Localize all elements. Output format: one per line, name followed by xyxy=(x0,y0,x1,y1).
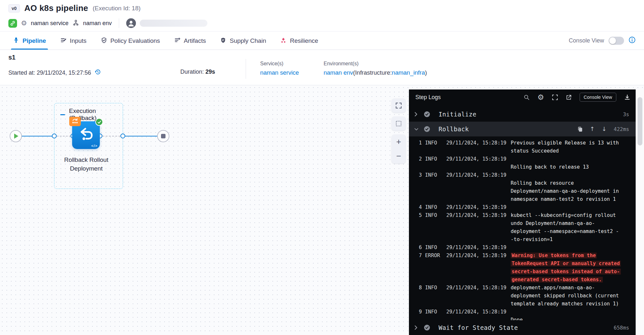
step-name: Rollback xyxy=(439,126,469,133)
zoom-in-button[interactable]: + xyxy=(392,135,406,149)
header-service-label: naman service xyxy=(31,20,69,27)
services-block: Service(s) naman service xyxy=(260,61,299,76)
log-line-number xyxy=(415,147,422,155)
fullscreen-icon[interactable] xyxy=(552,94,558,100)
step-name: Wait for Steady State xyxy=(439,324,518,331)
version-badge[interactable]: v0 xyxy=(8,4,20,13)
log-timestamp xyxy=(446,316,507,320)
tab-supply-chain[interactable]: Supply Chain xyxy=(220,32,266,50)
user-email-redacted xyxy=(140,20,207,27)
log-timestamp xyxy=(446,292,507,300)
tab-resilience[interactable]: Resilience xyxy=(280,32,318,50)
log-message: undo Deployment/naman-qa-ao- xyxy=(511,219,636,228)
log-level xyxy=(425,260,443,268)
environments-label: Environment(s) xyxy=(324,61,427,67)
log-line: Done. xyxy=(415,316,636,320)
log-level xyxy=(425,187,443,195)
tab-policy-evaluations[interactable]: Policy Evaluations xyxy=(101,32,160,50)
step-row-wait-for-steady-state[interactable]: Wait for Steady State 658ms xyxy=(409,320,636,335)
log-level: ERROR xyxy=(425,252,443,260)
log-level xyxy=(425,300,443,308)
log-line-number xyxy=(415,163,422,171)
download-logs-icon[interactable] xyxy=(624,94,630,100)
log-line-number xyxy=(415,316,422,320)
log-panel-title: Step Logs xyxy=(415,94,441,101)
log-message: secret-based tokens instead of auto- xyxy=(511,268,636,276)
log-timestamp xyxy=(446,219,507,228)
selection-tool-button[interactable] xyxy=(392,116,406,131)
step-row-initialize[interactable]: Initialize 3s xyxy=(409,107,636,122)
copy-logs-icon[interactable] xyxy=(577,126,583,132)
scroll-to-bottom-icon[interactable]: ↓ xyxy=(602,126,607,132)
log-scrollbar[interactable] xyxy=(636,89,644,335)
tab-label: Inputs xyxy=(70,37,87,44)
environment-link[interactable]: naman env xyxy=(324,69,353,76)
infrastructure-link[interactable]: naman_infra xyxy=(392,69,425,76)
code-badge: </> xyxy=(91,144,98,148)
supply-chain-tab-icon xyxy=(220,37,226,45)
environments-block: Environment(s) naman env(Infrastructure:… xyxy=(324,61,427,76)
log-level: INFO xyxy=(425,155,443,163)
log-text: kubectl --kubeconfig=config rollout xyxy=(511,212,616,218)
zoom-out-button[interactable]: − xyxy=(392,149,406,163)
step-row-rollback[interactable]: Rollback ↑ ↓ 422ms xyxy=(409,122,636,136)
log-timestamp: 29/11/2024, 15:28:19 xyxy=(446,211,507,219)
tab-inputs[interactable]: Inputs xyxy=(60,32,87,50)
log-message: Warning: Use tokens from the xyxy=(511,252,636,260)
tab-label: Artifacts xyxy=(184,37,206,44)
log-line: 4INFO29/11/2024, 15:28:19 xyxy=(415,203,636,211)
service-link[interactable]: naman service xyxy=(260,69,299,76)
log-level xyxy=(425,316,443,320)
chevron-down-icon[interactable] xyxy=(414,127,419,131)
title-row: v0 AO k8s pipeline (Execution Id: 18) xyxy=(8,3,141,13)
log-text: namespace naman-test2 to revision 1 xyxy=(511,196,616,202)
tab-pipeline[interactable]: Pipeline xyxy=(13,32,46,50)
log-level xyxy=(425,228,443,236)
log-line: deployment skipped rollback (current xyxy=(415,292,636,300)
tab-artifacts[interactable]: Artifacts xyxy=(174,32,206,50)
toggle-knob xyxy=(609,37,616,44)
log-message: Done. xyxy=(511,316,636,320)
log-message: generated secret-based tokens. xyxy=(511,276,636,284)
log-settings-gear-icon[interactable]: ⚙ xyxy=(537,93,544,102)
resilience-tab-icon xyxy=(280,37,287,45)
log-line-number xyxy=(415,236,422,244)
open-in-new-icon[interactable] xyxy=(566,94,572,100)
step-duration: 658ms xyxy=(614,325,629,331)
log-line: generated secret-based tokens. xyxy=(415,276,636,284)
log-output[interactable]: 1INFO29/11/2024, 15:28:19Previous eligib… xyxy=(409,136,636,320)
console-view-toggle[interactable] xyxy=(609,37,624,45)
inputs-tab-icon xyxy=(60,37,67,45)
stage-divider xyxy=(246,59,246,79)
log-timestamp xyxy=(446,236,507,244)
log-scrollbar-thumb[interactable] xyxy=(638,97,642,145)
success-check-icon xyxy=(95,118,103,126)
collapse-group-icon[interactable] xyxy=(60,114,65,115)
page-title: AO k8s pipeline xyxy=(24,3,88,13)
tabbar-right: Console View xyxy=(569,32,636,50)
tab-label: Resilience xyxy=(290,37,318,44)
fit-to-screen-button[interactable] xyxy=(392,98,406,113)
rollback-rollout-deployment-node[interactable]: </> xyxy=(72,121,100,149)
log-line: template already matches revision 1) xyxy=(415,300,636,308)
search-icon[interactable] xyxy=(524,94,530,100)
log-text: Rolling back resource xyxy=(511,180,574,186)
log-line-number xyxy=(415,219,422,228)
chevron-right-icon[interactable] xyxy=(414,325,419,330)
log-line: 5INFO29/11/2024, 15:28:19kubectl --kubec… xyxy=(415,211,636,219)
header-env-label: naman env xyxy=(83,20,112,27)
log-timestamp: 29/11/2024, 15:28:19 xyxy=(446,308,507,316)
group-header: Execution (Rollback) xyxy=(54,103,123,122)
chevron-right-icon[interactable] xyxy=(414,112,419,117)
log-error-text: TokenRequest API or manually created xyxy=(511,261,621,266)
log-line-number xyxy=(415,268,422,276)
log-timestamp: 29/11/2024, 15:28:19 xyxy=(446,284,507,292)
console-view-button[interactable]: Console View xyxy=(580,93,616,102)
node-label-line1: Rollback Rollout xyxy=(48,155,125,164)
log-line-number xyxy=(415,292,422,300)
log-line-number xyxy=(415,228,422,236)
edge-group-to-end xyxy=(125,136,157,136)
history-icon[interactable] xyxy=(94,69,101,77)
info-icon[interactable] xyxy=(629,36,636,45)
scroll-to-top-icon[interactable]: ↑ xyxy=(590,126,595,132)
